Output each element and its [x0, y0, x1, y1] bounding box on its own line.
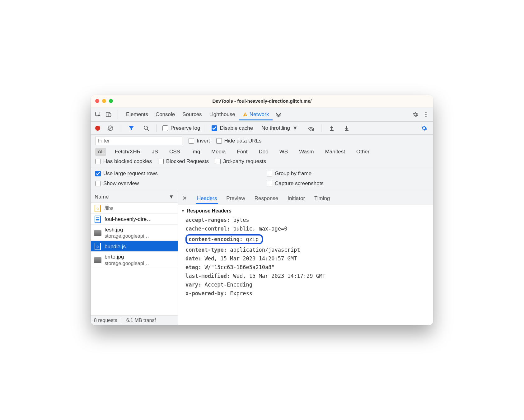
- blocked-requests-label: Blocked Requests: [166, 158, 209, 165]
- chevron-down-icon: ▼: [169, 194, 174, 200]
- preserve-log-checkbox[interactable]: Preserve log: [162, 125, 200, 131]
- header-value: bytes: [233, 217, 249, 223]
- network-settings-gear-icon[interactable]: [419, 124, 429, 133]
- detail-tabbar: ✕ HeadersPreviewResponseInitiatorTiming: [178, 191, 433, 205]
- request-name: foul-heavenly-dire…: [105, 216, 152, 222]
- filter-bar: Invert Hide data URLs AllFetch/XHRJSCSSI…: [91, 135, 433, 167]
- resource-type-filters: AllFetch/XHRJSCSSImgMediaFontDocWSWasmMa…: [95, 148, 429, 156]
- type-filter-img[interactable]: Img: [189, 148, 203, 156]
- requests-count: 8 requests: [94, 318, 117, 323]
- panel-tab-network[interactable]: Network: [239, 108, 273, 120]
- record-button[interactable]: [95, 126, 100, 131]
- type-filter-doc[interactable]: Doc: [256, 148, 271, 156]
- blocked-requests-checkbox[interactable]: Blocked Requests: [158, 158, 209, 165]
- request-row[interactable]: bundle.js: [91, 241, 178, 252]
- panel-tab-label: Sources: [182, 111, 202, 118]
- type-filter-all[interactable]: All: [95, 148, 106, 156]
- divider: [118, 110, 118, 119]
- request-name: fesh.jpg: [105, 226, 149, 233]
- detail-tab-preview[interactable]: Preview: [225, 192, 246, 204]
- request-row[interactable]: /libs: [91, 203, 178, 214]
- response-header-row: accept-ranges: bytes: [180, 216, 433, 224]
- request-row[interactable]: fesh.jpgstorage.googleapi…: [91, 225, 178, 241]
- type-filter-wasm[interactable]: Wasm: [297, 148, 316, 156]
- clear-icon[interactable]: [106, 124, 115, 133]
- has-blocked-cookies-label: Has blocked cookies: [103, 158, 152, 165]
- header-list: accept-ranges: bytescache-control: publi…: [180, 216, 433, 298]
- svg-line-9: [109, 127, 112, 130]
- throttling-select[interactable]: No throttling ▼: [259, 124, 301, 132]
- header-value: gzip: [246, 236, 259, 242]
- panel-tab-sources[interactable]: Sources: [179, 108, 205, 120]
- request-row[interactable]: brrto.jpgstorage.googleapi…: [91, 252, 178, 268]
- zoom-window-button[interactable]: [109, 99, 113, 103]
- hide-data-urls-label: Hide data URLs: [224, 138, 262, 144]
- disable-cache-label: Disable cache: [220, 125, 253, 131]
- js-file-icon: [94, 205, 101, 212]
- show-overview-checkbox[interactable]: Show overview: [95, 180, 257, 187]
- header-key: cache-control:: [185, 226, 233, 232]
- type-filter-font[interactable]: Font: [235, 148, 250, 156]
- doc-file-icon: [94, 216, 101, 223]
- disable-cache-checkbox[interactable]: Disable cache: [212, 125, 253, 131]
- response-header-row: last-modified: Wed, 15 Mar 2023 14:17:29…: [180, 272, 433, 280]
- inspect-element-icon[interactable]: [93, 110, 103, 119]
- filter-input[interactable]: [95, 137, 182, 145]
- network-conditions-icon[interactable]: [306, 124, 316, 133]
- response-header-row: vary: Accept-Encoding: [180, 280, 433, 289]
- svg-line-11: [147, 129, 149, 131]
- img-file-icon: [94, 229, 101, 237]
- type-filter-js[interactable]: JS: [149, 148, 161, 156]
- third-party-checkbox[interactable]: 3rd-party requests: [215, 158, 266, 165]
- panel-tabbar: ElementsConsoleSourcesLighthouseNetwork: [91, 107, 433, 122]
- detail-tabs: HeadersPreviewResponseInitiatorTiming: [196, 192, 331, 204]
- device-toggle-icon[interactable]: [104, 110, 113, 119]
- invert-label: Invert: [197, 138, 210, 144]
- search-icon[interactable]: [142, 124, 151, 133]
- type-filter-media[interactable]: Media: [209, 148, 228, 156]
- use-large-rows-checkbox[interactable]: Use large request rows: [95, 170, 257, 177]
- capture-screenshots-checkbox[interactable]: Capture screenshots: [267, 180, 429, 187]
- settings-gear-icon[interactable]: [411, 110, 420, 119]
- request-row[interactable]: foul-heavenly-dire…: [91, 214, 178, 225]
- transfer-size: 6.1 MB transf: [122, 318, 156, 323]
- group-by-frame-checkbox[interactable]: Group by frame: [267, 170, 429, 177]
- detail-tab-response[interactable]: Response: [253, 192, 280, 204]
- hide-data-urls-checkbox[interactable]: Hide data URLs: [216, 138, 262, 144]
- upload-har-icon[interactable]: [327, 124, 336, 133]
- warning-icon: [243, 112, 248, 117]
- close-detail-button[interactable]: ✕: [180, 195, 189, 202]
- response-header-row: content-encoding: gzip: [180, 233, 433, 245]
- response-header-row: x-powered-by: Express: [180, 289, 433, 298]
- show-overview-label: Show overview: [103, 180, 139, 187]
- panel-tab-elements[interactable]: Elements: [122, 108, 152, 120]
- download-har-icon[interactable]: [342, 124, 351, 133]
- type-filter-css[interactable]: CSS: [167, 148, 183, 156]
- panel-tab-console[interactable]: Console: [152, 108, 179, 120]
- kebab-menu-icon[interactable]: [421, 110, 431, 119]
- network-toolbar: Preserve log Disable cache No throttling…: [91, 122, 433, 135]
- type-filter-manifest[interactable]: Manifest: [323, 148, 348, 156]
- group-by-frame-label: Group by frame: [275, 170, 311, 177]
- filter-icon[interactable]: [127, 124, 136, 133]
- detail-tab-timing[interactable]: Timing: [313, 192, 331, 204]
- js-file-icon: [94, 243, 101, 250]
- more-tabs-chevron-icon[interactable]: [274, 110, 283, 119]
- close-window-button[interactable]: [95, 99, 99, 103]
- minimize-window-button[interactable]: [102, 99, 106, 103]
- detail-tab-headers[interactable]: Headers: [196, 192, 218, 204]
- response-headers-section[interactable]: Response Headers: [180, 208, 433, 216]
- throttling-label: No throttling: [261, 125, 290, 131]
- svg-rect-4: [245, 115, 246, 116]
- name-column-header[interactable]: Name ▼: [91, 191, 178, 203]
- has-blocked-cookies-checkbox[interactable]: Has blocked cookies: [95, 158, 152, 165]
- network-split-pane: Name ▼ /libsfoul-heavenly-dire…fesh.jpgs…: [91, 191, 433, 325]
- panel-tab-lighthouse[interactable]: Lighthouse: [206, 108, 239, 120]
- type-filter-other[interactable]: Other: [354, 148, 372, 156]
- response-header-row: etag: W/"15cc63-186e5a210a8": [180, 263, 433, 272]
- invert-checkbox[interactable]: Invert: [189, 138, 210, 144]
- detail-tab-initiator[interactable]: Initiator: [286, 192, 306, 204]
- header-key: date:: [185, 255, 204, 262]
- type-filter-ws[interactable]: WS: [277, 148, 290, 156]
- type-filter-fetch-xhr[interactable]: Fetch/XHR: [112, 148, 143, 156]
